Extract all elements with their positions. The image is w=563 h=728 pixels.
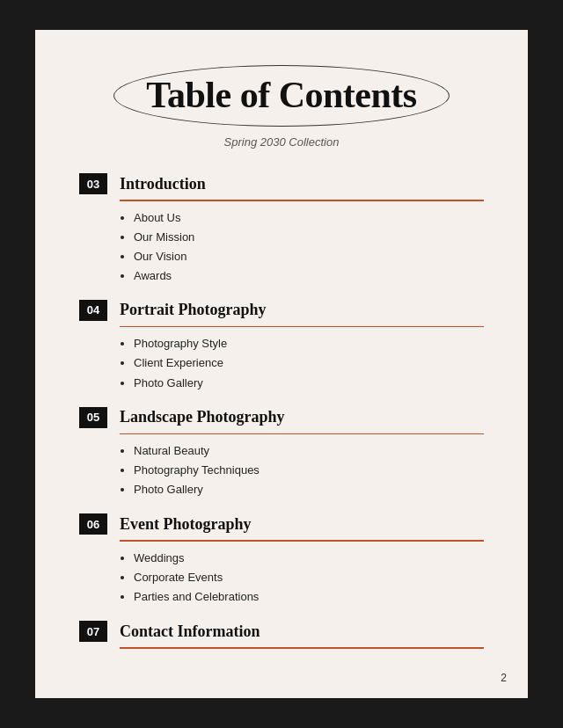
- section-title: Contact Information: [120, 622, 260, 641]
- section-number: 06: [79, 513, 107, 535]
- section-title: Portrait Photography: [120, 301, 266, 319]
- section-divider: [120, 647, 484, 649]
- list-item: Photography Techniques: [134, 461, 484, 480]
- list-item: Client Experience: [134, 353, 484, 373]
- section-header: 05Landscape Photography: [79, 407, 484, 428]
- section-title: Landscape Photography: [120, 408, 285, 426]
- section-divider: [120, 540, 484, 542]
- list-item: Photography Style: [134, 334, 484, 353]
- section-items-list: Photography StyleClient ExperiencePhoto …: [134, 334, 484, 392]
- section-divider: [120, 433, 484, 435]
- subtitle: Spring 2030 Collection: [79, 135, 484, 149]
- list-item: Photo Gallery: [134, 374, 484, 393]
- section-items-list: WeddingsCorporate EventsParties and Cele…: [134, 549, 484, 607]
- list-item: Parties and Celebrations: [134, 587, 484, 607]
- section-number: 03: [79, 173, 107, 194]
- title-oval: Table of Contents: [113, 65, 449, 127]
- section-07: 07Contact Information: [79, 621, 484, 649]
- header: Table of Contents Spring 2030 Collection: [79, 65, 484, 149]
- section-header: 04Portrait Photography: [79, 300, 484, 321]
- section-number: 07: [79, 621, 107, 642]
- list-item: Our Vision: [134, 247, 484, 266]
- sections-container: 03IntroductionAbout UsOur MissionOur Vis…: [79, 173, 484, 649]
- section-number: 04: [79, 300, 107, 321]
- section-divider: [120, 200, 484, 201]
- list-item: Natural Beauty: [134, 441, 484, 461]
- section-items-list: About UsOur MissionOur VisionAwards: [134, 208, 484, 286]
- section-number: 05: [79, 407, 107, 428]
- page-number: 2: [501, 672, 507, 684]
- page: Table of Contents Spring 2030 Collection…: [35, 30, 528, 698]
- list-item: Weddings: [134, 549, 484, 568]
- section-06: 06Event PhotographyWeddingsCorporate Eve…: [79, 513, 484, 607]
- list-item: About Us: [134, 208, 484, 228]
- section-title: Event Photography: [120, 515, 252, 534]
- section-header: 06Event Photography: [79, 513, 484, 535]
- list-item: Corporate Events: [134, 568, 484, 587]
- section-03: 03IntroductionAbout UsOur MissionOur Vis…: [79, 173, 484, 286]
- section-header: 03Introduction: [79, 173, 484, 194]
- list-item: Awards: [134, 266, 484, 286]
- main-title: Table of Contents: [146, 76, 416, 113]
- section-divider: [120, 326, 484, 328]
- section-05: 05Landscape PhotographyNatural BeautyPho…: [79, 407, 484, 500]
- section-items-list: Natural BeautyPhotography TechniquesPhot…: [134, 441, 484, 499]
- section-04: 04Portrait PhotographyPhotography StyleC…: [79, 300, 484, 393]
- list-item: Our Mission: [134, 228, 484, 247]
- section-header: 07Contact Information: [79, 621, 484, 642]
- section-title: Introduction: [120, 175, 206, 193]
- list-item: Photo Gallery: [134, 480, 484, 499]
